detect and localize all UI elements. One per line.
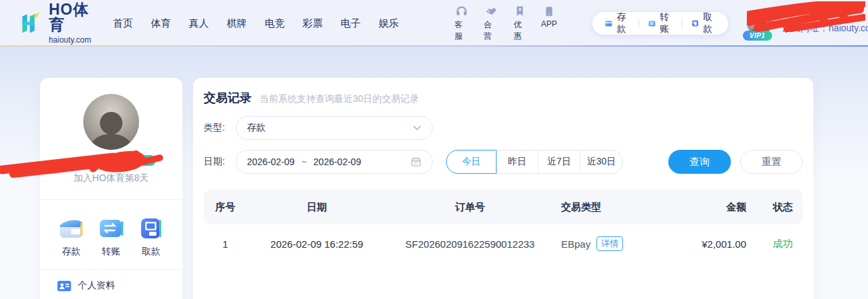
nav-item-entertainment[interactable]: 娱乐: [379, 17, 399, 30]
top-header: HO体育 haiouty.com 首页 体育 真人 棋牌 电竞 彩票 电子 娱乐…: [0, 0, 868, 47]
promo-icon: ¥: [514, 5, 526, 18]
calendar-icon: [411, 156, 421, 167]
divider: [638, 19, 639, 28]
col-header-amount: 金额: [663, 201, 763, 214]
type-filter-row: 类型: 存款: [204, 116, 803, 140]
nav-item-slots[interactable]: 电子: [341, 17, 361, 30]
brand-domain: haiouty.com: [49, 35, 96, 45]
sidebar-deposit-button[interactable]: 存款: [57, 214, 85, 258]
transfer-3d-icon: [97, 214, 125, 242]
range-30days-button[interactable]: 近30日: [580, 150, 622, 173]
page-content: 加入HO体育第8天: [40, 78, 813, 299]
promotions-button[interactable]: ¥ 优惠: [514, 5, 526, 42]
sidebar-transfer-button[interactable]: 转账: [97, 214, 125, 258]
col-header-status: 状态: [763, 201, 803, 214]
range-7days-button[interactable]: 近7日: [539, 150, 580, 173]
nav-item-home[interactable]: 首页: [113, 17, 133, 30]
detail-link[interactable]: 详情: [596, 236, 623, 251]
withdraw-icon: [691, 17, 700, 29]
col-header-type: 交易类型: [553, 201, 663, 214]
date-label: 日期:: [204, 156, 236, 168]
range-today-button[interactable]: 今日: [446, 150, 497, 174]
nav-item-esports[interactable]: 电竞: [265, 17, 285, 30]
main-nav: 首页 体育 真人 棋牌 电竞 彩票 电子 娱乐: [113, 17, 399, 30]
transaction-type-text: EBpay: [561, 238, 590, 250]
id-card-icon: [57, 280, 71, 292]
nav-item-lottery[interactable]: 彩票: [303, 17, 323, 30]
shortcut-label: 取款: [142, 246, 160, 258]
type-select[interactable]: 存款: [236, 116, 433, 140]
cell-amount: ¥2,001.00: [663, 238, 763, 250]
app-icon: [544, 5, 554, 18]
type-select-value: 存款: [247, 122, 266, 134]
app-download-button[interactable]: APP: [541, 5, 557, 42]
sidebar-withdraw-button[interactable]: 取款: [137, 214, 165, 258]
quick-item-label: 客服: [455, 19, 469, 42]
wallet-action-label: 转账: [660, 11, 673, 35]
panel-title-row: 交易记录 当前系统支持查询最近30日的交易记录: [204, 90, 803, 106]
cell-type: EBpay 详情: [553, 236, 663, 251]
cell-date: 2026-02-09 16:22:59: [247, 238, 387, 250]
col-header-date: 日期: [247, 201, 387, 214]
page-subtitle: 当前系统支持查询最近30日的交易记录: [260, 93, 419, 105]
nav-item-live[interactable]: 真人: [189, 17, 209, 30]
deposit-icon: [604, 17, 613, 29]
profile-sidebar: 加入HO体育第8天: [40, 78, 182, 299]
withdraw-3d-icon: [137, 214, 165, 242]
avatar-silhouette-icon: [83, 106, 139, 150]
transaction-records-panel: 交易记录 当前系统支持查询最近30日的交易记录 类型: 存款 日期: 2026-…: [193, 78, 813, 299]
table-header-row: 序号 日期 订单号 交易类型 金额 状态: [204, 190, 803, 224]
quick-icon-bar: 客服 合营 ¥ 优惠 APP: [455, 5, 557, 42]
brand-name: HO体育: [49, 2, 96, 33]
sidebar-shortcuts: 存款 转账: [40, 200, 182, 258]
cell-order-no: SF202602091622590012233: [387, 238, 553, 250]
type-label: 类型:: [204, 122, 236, 134]
transactions-table: 序号 日期 订单号 交易类型 金额 状态 1 2026-02-09 16:22:…: [204, 190, 803, 263]
date-separator: ~: [302, 156, 307, 167]
table-row: 1 2026-02-09 16:22:59 SF2026020916225900…: [204, 224, 803, 263]
quick-item-label: APP: [541, 19, 557, 29]
page: HO体育 haiouty.com 首页 体育 真人 棋牌 电竞 彩票 电子 娱乐…: [0, 0, 868, 299]
wallet-action-label: 存款: [616, 11, 630, 35]
wallet-action-label: 取款: [703, 11, 716, 35]
transfer-button[interactable]: 转账: [648, 11, 673, 35]
deposit-3d-icon: [57, 214, 85, 242]
divider: [682, 19, 682, 28]
col-header-index: 序号: [204, 201, 247, 214]
date-from-value: 2026-02-09: [247, 156, 295, 167]
customer-service-button[interactable]: 客服: [455, 5, 469, 42]
brand-logo-icon: [19, 11, 42, 36]
date-range-input[interactable]: 2026-02-09 ~ 2026-02-09: [236, 150, 433, 174]
nav-item-sports[interactable]: 体育: [151, 17, 171, 30]
col-header-order-no: 订单号: [387, 201, 553, 214]
date-to-value: 2026-02-09: [314, 156, 361, 167]
transfer-icon: [648, 17, 656, 29]
wallet-actions-pill: 存款 转账: [592, 11, 729, 35]
quick-range-group: 今日 昨日 近7日 近30日: [446, 150, 623, 174]
reset-button[interactable]: 重置: [740, 150, 803, 174]
nav-item-cards[interactable]: 棋牌: [227, 17, 247, 30]
quick-item-label: 优惠: [514, 19, 526, 42]
cell-index: 1: [204, 238, 247, 250]
withdraw-button[interactable]: 取款: [691, 11, 716, 35]
partner-button[interactable]: 合营: [484, 5, 499, 42]
profile-link-label: 个人资料: [78, 280, 115, 292]
status-badge: 成功: [763, 238, 803, 250]
date-filter-row: 日期: 2026-02-09 ~ 2026-02-09 今日: [204, 150, 803, 174]
quick-item-label: 合营: [484, 19, 499, 42]
shortcut-label: 存款: [62, 246, 81, 258]
search-button[interactable]: 查询: [668, 150, 731, 174]
redaction-scribble: [0, 146, 166, 178]
vip-badge: VIP1: [743, 31, 772, 41]
redaction-scribble: [747, 1, 865, 32]
headset-icon: [455, 5, 469, 18]
partner-icon: [484, 5, 499, 18]
deposit-button[interactable]: 存款: [604, 11, 630, 35]
sidebar-item-profile[interactable]: 个人资料: [40, 270, 182, 299]
brand-logo[interactable]: HO体育 haiouty.com: [19, 2, 96, 45]
chevron-down-icon: [413, 125, 421, 131]
shortcut-label: 转账: [102, 246, 120, 258]
user-avatar-large[interactable]: [83, 94, 139, 150]
range-yesterday-button[interactable]: 昨日: [497, 150, 539, 173]
page-title: 交易记录: [204, 90, 252, 106]
